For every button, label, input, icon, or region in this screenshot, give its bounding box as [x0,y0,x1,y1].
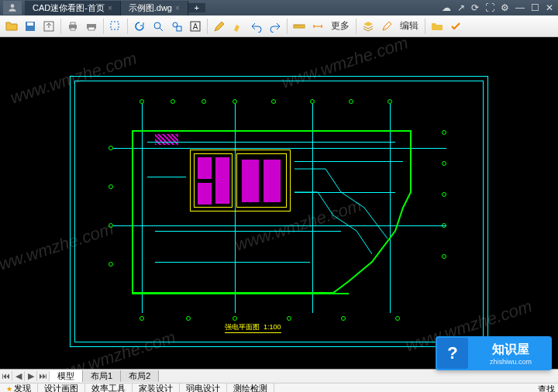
star-icon: ★ [6,385,12,393]
avatar-icon [7,2,18,13]
drawing-title: 强电平面图 1:100 [225,322,281,333]
tab-label: CAD迷你看图-首页 [33,2,105,14]
tab-home[interactable]: CAD迷你看图-首页 × [25,1,121,15]
brand-badge[interactable]: ? 知识屋 zhishiwu.com [436,336,552,370]
folder-button[interactable] [429,18,446,35]
layers-button[interactable] [360,18,377,35]
fullscreen-icon[interactable]: ⛶ [485,2,494,13]
svg-rect-5 [71,22,75,25]
new-tab-button[interactable]: + [188,3,205,12]
svg-text:A: A [193,22,198,31]
refresh-button[interactable] [131,18,148,35]
dimension-button[interactable] [309,18,326,35]
svg-rect-13 [177,26,181,31]
sheet-tab-layout1[interactable]: 布局1 [83,370,121,382]
svg-point-0 [11,4,15,8]
svg-rect-2 [27,22,33,26]
save-button[interactable] [22,18,39,35]
export-button[interactable] [40,18,57,35]
btab-design[interactable]: 设计画图 [38,383,85,392]
sheet-prev-button[interactable]: ◀ [12,371,25,381]
brand-icon: ? [437,338,468,369]
btab-discover[interactable]: ★发现 [0,383,38,392]
close-icon[interactable]: ✕ [546,2,553,13]
window-controls: ☁ ↗ ⟳ ⛶ ⚙ — ☐ ✕ [442,2,558,13]
highlight-button[interactable] [229,18,246,35]
check-button[interactable] [447,18,464,35]
minimize-icon[interactable]: — [515,2,525,13]
print-area-button[interactable] [83,18,100,35]
edit-button[interactable]: 编辑 [397,19,422,33]
sheet-last-button[interactable]: ⏭ [37,371,50,381]
close-icon[interactable]: × [108,4,112,12]
tab-file[interactable]: 示例图.dwg × [121,1,188,15]
sheet-tab-layout2[interactable]: 布局2 [121,370,159,382]
maximize-icon[interactable]: ☐ [531,2,539,13]
btab-home[interactable]: 家装设计 [133,383,180,392]
zoom-button[interactable] [150,18,167,35]
zoom-extent-button[interactable] [168,18,185,35]
cloud-icon[interactable]: ☁ [442,2,451,13]
more-button[interactable]: 更多 [328,19,353,33]
pencil-button[interactable] [211,18,228,35]
print-button[interactable] [64,18,81,35]
select-button[interactable] [107,18,124,35]
btab-tools[interactable]: 效率工具 [85,383,133,392]
text-button[interactable]: A [187,18,204,35]
titlebar: CAD迷你看图-首页 × 示例图.dwg × + ☁ ↗ ⟳ ⛶ ⚙ — ☐ ✕ [0,0,558,15]
bottom-tabs: ★发现 设计画图 效率工具 家装设计 弱电设计 测绘检测 查找 [0,383,558,392]
sheet-nav: ⏮ ◀ ▶ ⏭ [0,371,50,381]
open-button[interactable] [3,18,20,35]
drawing-canvas[interactable]: www.wmzhe.com www.wmzhe.com www.wmzhe.co… [0,37,558,369]
svg-rect-9 [111,22,119,29]
btab-survey[interactable]: 测绘检测 [227,383,274,392]
cad-drawing: 强电平面图 1:100 [70,76,488,347]
toolbar: A 更多 编辑 [0,15,558,37]
settings-icon[interactable]: ⚙ [501,2,509,13]
sheet-tab-model[interactable]: 模型 [50,370,83,382]
sheet-tabs: ⏮ ◀ ▶ ⏭ 模型 布局1 布局2 [0,369,558,383]
sheet-first-button[interactable]: ⏮ [0,371,12,381]
sheet-next-button[interactable]: ▶ [25,371,37,381]
svg-rect-16 [294,25,305,28]
undo-button[interactable] [248,18,265,35]
tab-label: 示例图.dwg [129,2,172,14]
refresh-icon[interactable]: ⟳ [471,2,479,13]
close-icon[interactable]: × [175,4,180,12]
brand-text: 知识屋 zhishiwu.com [470,342,552,366]
user-avatar[interactable] [3,1,22,15]
measure-button[interactable] [291,18,308,35]
svg-rect-8 [88,27,95,30]
svg-point-10 [154,22,160,29]
share-icon[interactable]: ↗ [457,2,465,13]
edit-icon[interactable] [378,18,395,35]
svg-rect-6 [71,28,75,30]
svg-line-11 [160,28,163,31]
redo-button[interactable] [267,18,284,35]
btab-search[interactable]: 查找 [538,383,558,392]
btab-elec[interactable]: 弱电设计 [180,383,227,392]
